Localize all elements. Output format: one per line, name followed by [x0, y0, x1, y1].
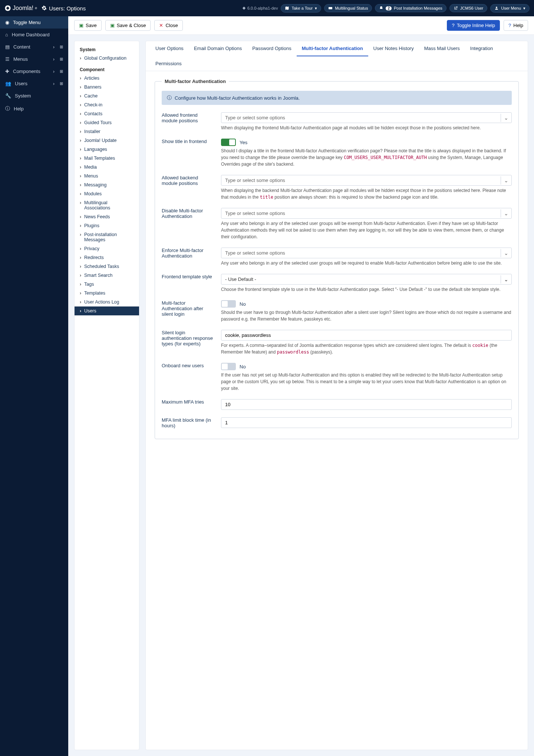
component-item[interactable]: Contacts: [75, 109, 139, 118]
component-menu: System Global Configuration Component Ar…: [74, 41, 139, 750]
component-item[interactable]: Multilingual Associations: [75, 198, 139, 212]
home-icon: ⌂: [5, 32, 8, 37]
sidebar-components[interactable]: ✚Components›⊞: [0, 65, 68, 77]
component-item[interactable]: Redirects: [75, 253, 139, 262]
grid-icon[interactable]: ⊞: [60, 44, 63, 49]
tab[interactable]: Mass Mail Users: [419, 41, 465, 56]
grid-icon[interactable]: ⊞: [60, 69, 63, 74]
block-time-input[interactable]: [221, 417, 512, 428]
tab[interactable]: Permissions: [150, 56, 187, 71]
global-config-link[interactable]: Global Configuration: [75, 54, 139, 63]
component-item[interactable]: Tags: [75, 280, 139, 289]
onboard-toggle[interactable]: [221, 363, 236, 370]
chevron-down-icon: ⌄: [501, 249, 511, 257]
multilingual-chip[interactable]: Multilingual Status: [324, 4, 372, 12]
user-menu-chip[interactable]: User Menu ▾: [490, 4, 530, 13]
wrench-icon: 🔧: [5, 93, 11, 99]
chevron-right-icon: ›: [53, 81, 55, 86]
component-item[interactable]: Check-in: [75, 100, 139, 109]
component-item[interactable]: Mail Templates: [75, 154, 139, 163]
tab[interactable]: User Options: [150, 41, 189, 56]
component-item[interactable]: Post-installation Messages: [75, 230, 139, 244]
chevron-down-icon: ⌄: [501, 114, 511, 122]
external-link-icon: [454, 6, 458, 10]
frontend-positions-label: Allowed frontend module positions: [162, 112, 214, 131]
toggle-menu-item[interactable]: ◉Toggle Menu: [0, 16, 68, 29]
component-item[interactable]: Languages: [75, 145, 139, 154]
component-item[interactable]: Scheduled Tasks: [75, 262, 139, 271]
after-silent-toggle[interactable]: [221, 300, 236, 308]
template-style-label: Frontend template style: [162, 274, 214, 293]
component-item[interactable]: Templates: [75, 289, 139, 298]
component-item[interactable]: Messaging: [75, 180, 139, 189]
backend-positions-select[interactable]: Type or select some options⌄: [221, 175, 512, 186]
brand-logo[interactable]: Joomla!®: [4, 5, 37, 11]
tab[interactable]: Email Domain Options: [189, 41, 247, 56]
toggle-inline-help-button[interactable]: ?Toggle Inline Help: [447, 20, 500, 31]
chevron-right-icon: ›: [53, 57, 55, 62]
users-icon: 👥: [5, 81, 11, 86]
help-button[interactable]: ?Help: [504, 20, 528, 31]
info-alert: ⓘConfigure how Multi-factor Authenticati…: [162, 91, 512, 105]
tab[interactable]: User Notes History: [368, 41, 419, 56]
close-button[interactable]: ✕Close: [154, 20, 182, 31]
component-item[interactable]: Media: [75, 163, 139, 172]
block-time-label: MFA limit block time (in hours): [162, 417, 214, 428]
disable-mfa-select[interactable]: Type or select some options⌄: [221, 208, 512, 219]
component-item[interactable]: Joomla! Update: [75, 136, 139, 145]
component-item[interactable]: Banners: [75, 83, 139, 92]
sidebar-home[interactable]: ⌂Home Dashboard: [0, 29, 68, 41]
fieldset-legend: Multi-factor Authentication: [162, 79, 229, 84]
sidebar-help[interactable]: ⓘHelp: [0, 102, 68, 115]
save-button[interactable]: ▣Save: [74, 20, 102, 31]
max-tries-input[interactable]: [221, 399, 512, 410]
sidebar-menus[interactable]: ☰Menus›⊞: [0, 53, 68, 65]
enforce-mfa-desc: Any user who belongs in any of the selec…: [221, 260, 512, 266]
component-heading: Component: [75, 66, 139, 74]
component-item[interactable]: Guided Tours: [75, 118, 139, 127]
tab[interactable]: Integration: [465, 41, 498, 56]
close-icon: ✕: [159, 23, 163, 28]
user-icon: [494, 6, 499, 10]
component-item[interactable]: Installer: [75, 127, 139, 136]
take-tour-chip[interactable]: Take a Tour ▾: [281, 4, 321, 13]
silent-types-label: Silent login authentication response typ…: [162, 330, 214, 355]
chevron-right-icon: ›: [53, 69, 55, 74]
site-link-chip[interactable]: JCMS6 User: [449, 4, 487, 12]
after-silent-label: Multi-factor Authentication after silent…: [162, 300, 214, 322]
component-item[interactable]: Privacy: [75, 244, 139, 253]
question-circle-icon: ?: [452, 23, 454, 28]
grid-icon[interactable]: ⊞: [60, 81, 63, 86]
component-item[interactable]: Modules: [75, 189, 139, 198]
tab[interactable]: Multi-factor Authentication: [297, 41, 368, 56]
save-close-button[interactable]: ▣Save & Close: [105, 20, 151, 31]
frontend-positions-select[interactable]: Type or select some options⌄: [221, 112, 512, 123]
bell-icon: [379, 6, 383, 10]
component-item[interactable]: Menus: [75, 172, 139, 180]
enforce-mfa-label: Enforce Multi-factor Authentication: [162, 248, 214, 266]
gear-icon: [42, 6, 47, 11]
chevron-down-icon: ▾: [523, 6, 525, 11]
silent-types-input[interactable]: [221, 330, 512, 341]
component-item[interactable]: Users: [75, 306, 139, 315]
sidebar-system[interactable]: 🔧System: [0, 90, 68, 102]
component-item[interactable]: News Feeds: [75, 212, 139, 221]
enforce-mfa-select[interactable]: Type or select some options⌄: [221, 248, 512, 258]
sidebar-users[interactable]: 👥Users›⊞: [0, 77, 68, 90]
sidebar-content[interactable]: ▤Content›⊞: [0, 41, 68, 53]
post-install-chip[interactable]: 2Post Installation Messages: [375, 4, 446, 12]
component-item[interactable]: User Actions Log: [75, 298, 139, 306]
file-icon: ▤: [5, 44, 10, 50]
mfa-fieldset: Multi-factor Authentication ⓘConfigure h…: [155, 79, 519, 439]
question-icon: ?: [508, 23, 511, 28]
component-item[interactable]: Articles: [75, 74, 139, 83]
show-title-toggle[interactable]: [221, 139, 236, 146]
grid-icon[interactable]: ⊞: [60, 57, 63, 62]
component-item[interactable]: Smart Search: [75, 271, 139, 280]
puzzle-icon: ✚: [5, 69, 9, 74]
template-style-select[interactable]: - Use Default -⌄: [221, 274, 512, 285]
component-item[interactable]: Plugins: [75, 221, 139, 230]
tab[interactable]: Password Options: [247, 41, 297, 56]
toolbar: ▣Save ▣Save & Close ✕Close ?Toggle Inlin…: [68, 16, 534, 35]
component-item[interactable]: Cache: [75, 92, 139, 100]
